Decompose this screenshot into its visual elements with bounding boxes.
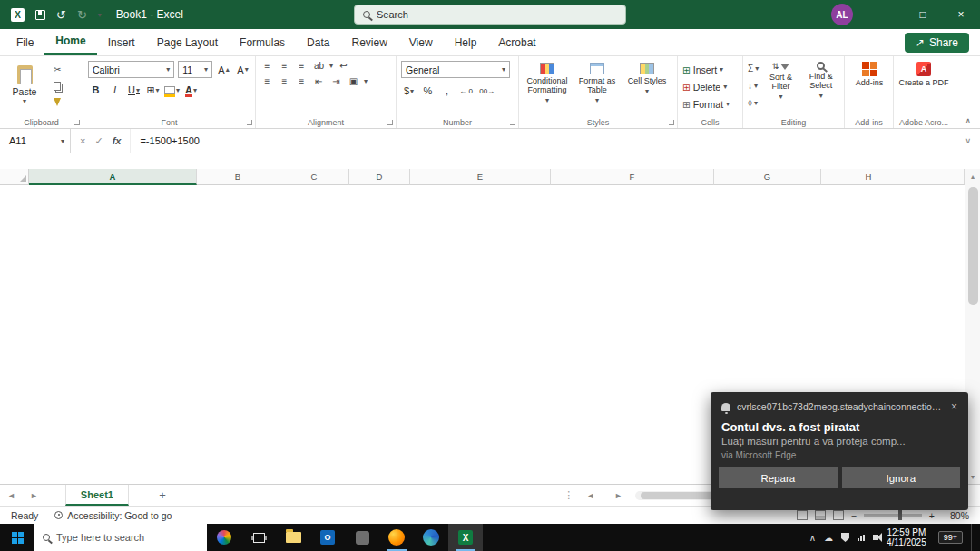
align-middle-icon[interactable]: ≡ — [278, 61, 291, 71]
accounting-format-button[interactable]: $▾ — [401, 83, 416, 99]
repair-button[interactable]: Repara — [719, 467, 838, 488]
task-view-button[interactable] — [241, 524, 276, 551]
tab-data[interactable]: Data — [296, 29, 340, 55]
tab-formulas[interactable]: Formulas — [229, 29, 296, 55]
taskbar-excel[interactable]: X — [448, 524, 483, 551]
scroll-right-icon[interactable]: ► — [607, 491, 630, 500]
autosum-button[interactable]: Σ▾ — [748, 61, 759, 76]
share-button[interactable]: ↗ Share — [905, 33, 969, 53]
start-button[interactable] — [0, 524, 34, 551]
cancel-icon[interactable]: × — [80, 135, 85, 146]
sort-filter-button[interactable]: ⇅ Sort & Filter ▾ — [762, 61, 799, 115]
comma-style-button[interactable]: , — [439, 83, 455, 99]
tab-file[interactable]: File — [5, 29, 44, 55]
dialog-launcher-icon[interactable] — [510, 120, 515, 125]
cut-button[interactable]: ✂ — [54, 63, 61, 76]
addins-button[interactable]: Add-ins — [849, 61, 889, 87]
volume-icon[interactable] — [873, 535, 878, 540]
zoom-out-button[interactable]: − — [851, 510, 857, 521]
format-as-table-button[interactable]: Format as Table ▾ — [573, 61, 621, 115]
scroll-left-icon[interactable]: ◄ — [579, 491, 602, 500]
zoom-level[interactable]: 80% — [942, 510, 969, 521]
clear-button[interactable]: ◊▾ — [748, 95, 759, 111]
prev-sheet-icon[interactable]: ◄ — [0, 491, 23, 500]
notification-count-badge[interactable]: 99+ — [938, 531, 963, 544]
decrease-indent-icon[interactable]: ⇤ — [312, 76, 326, 86]
show-desktop-button[interactable] — [971, 524, 975, 551]
taskbar-clock[interactable]: 12:59 PM 4/11/2025 — [887, 527, 926, 547]
drag-dots-icon[interactable]: ⋮ — [564, 489, 573, 501]
bold-button[interactable]: B — [88, 82, 103, 98]
font-size-select[interactable]: 11 ▾ — [178, 61, 212, 78]
column-header-C[interactable]: C — [279, 169, 349, 185]
avatar[interactable]: AL — [831, 4, 853, 25]
paste-button[interactable]: Paste ▾ — [5, 65, 44, 105]
network-icon[interactable] — [858, 535, 865, 541]
borders-button[interactable]: ⊞▾ — [145, 82, 161, 98]
maximize-button[interactable]: □ — [904, 0, 942, 29]
zoom-slider[interactable] — [864, 514, 922, 517]
taskbar-search-box[interactable]: Type here to search — [34, 524, 207, 551]
increase-font-button[interactable]: A▴ — [216, 62, 231, 78]
column-header-H[interactable]: H — [821, 169, 916, 185]
tab-help[interactable]: Help — [444, 29, 488, 55]
insert-function-icon[interactable]: fx — [113, 135, 122, 146]
tab-home[interactable]: Home — [44, 29, 96, 55]
insert-cells-button[interactable]: ⊞ Insert▾ — [682, 61, 738, 78]
tab-insert[interactable]: Insert — [97, 29, 146, 55]
underline-button[interactable]: U▾ — [126, 82, 142, 98]
column-header-E[interactable]: E — [410, 169, 551, 185]
redo-icon[interactable]: ↻ — [77, 8, 87, 22]
align-right-icon[interactable]: ≡ — [295, 76, 309, 86]
taskbar-edge[interactable] — [414, 524, 448, 551]
dialog-launcher-icon[interactable] — [247, 120, 252, 125]
column-header-partial[interactable] — [916, 169, 965, 185]
cell-styles-button[interactable]: Cell Styles ▾ — [623, 61, 671, 115]
page-break-view-button[interactable] — [833, 510, 844, 520]
undo-icon[interactable]: ↺ — [56, 8, 66, 22]
conditional-formatting-button[interactable]: Conditional Formatting ▾ — [524, 61, 571, 115]
enter-icon[interactable]: ✓ — [94, 135, 103, 147]
font-name-select[interactable]: Calibri ▾ — [88, 61, 174, 78]
onedrive-icon[interactable]: ☁ — [824, 533, 833, 543]
minimize-button[interactable]: – — [866, 0, 904, 29]
create-pdf-button[interactable]: A Create a PDF — [898, 61, 949, 87]
sheet-tab-sheet1[interactable]: Sheet1 — [65, 485, 129, 506]
fill-button[interactable]: ↓▾ — [748, 78, 759, 93]
font-color-button[interactable]: A▾ — [183, 82, 199, 98]
dialog-launcher-icon[interactable] — [74, 120, 80, 125]
accessibility-status[interactable]: Accessibility: Good to go — [54, 510, 172, 521]
column-header-B[interactable]: B — [197, 169, 279, 185]
expand-formula-bar-icon[interactable]: ∨ — [965, 136, 980, 145]
vertical-scroll-thumb[interactable] — [968, 187, 978, 305]
new-sheet-button[interactable]: + — [154, 487, 171, 504]
tab-review[interactable]: Review — [340, 29, 397, 55]
format-painter-button[interactable] — [54, 95, 61, 109]
number-format-select[interactable]: General ▾ — [401, 61, 510, 78]
orientation-button[interactable]: ab — [312, 61, 326, 71]
taskbar-app[interactable] — [345, 524, 379, 551]
taskbar-file-explorer[interactable] — [276, 524, 310, 551]
format-cells-button[interactable]: ⊞ Format▾ — [682, 95, 738, 113]
align-top-icon[interactable]: ≡ — [260, 61, 274, 71]
dialog-launcher-icon[interactable] — [669, 120, 674, 125]
tab-acrobat[interactable]: Acrobat — [487, 29, 546, 55]
hidden-icons-chevron[interactable]: ∧ — [809, 533, 816, 543]
excel-logo-icon[interactable]: X — [11, 8, 24, 22]
tab-page-layout[interactable]: Page Layout — [146, 29, 229, 55]
italic-button[interactable]: I — [107, 82, 122, 98]
next-sheet-icon[interactable]: ► — [23, 491, 45, 500]
delete-cells-button[interactable]: ⊞ Delete▾ — [682, 78, 738, 95]
titlebar-search-box[interactable]: Search — [354, 5, 626, 25]
tab-view[interactable]: View — [398, 29, 444, 55]
align-center-icon[interactable]: ≡ — [278, 76, 291, 86]
zoom-slider-thumb[interactable] — [898, 510, 902, 520]
search-highlights-icon[interactable] — [207, 524, 241, 551]
scroll-up-icon[interactable]: ▴ — [965, 169, 980, 183]
column-header-F[interactable]: F — [551, 169, 714, 185]
copy-button[interactable] — [54, 79, 61, 93]
name-box[interactable]: A11 ▾ — [0, 129, 71, 153]
column-header-D[interactable]: D — [349, 169, 410, 185]
ignore-button[interactable]: Ignora — [842, 467, 961, 488]
column-header-A[interactable]: A — [29, 169, 197, 185]
